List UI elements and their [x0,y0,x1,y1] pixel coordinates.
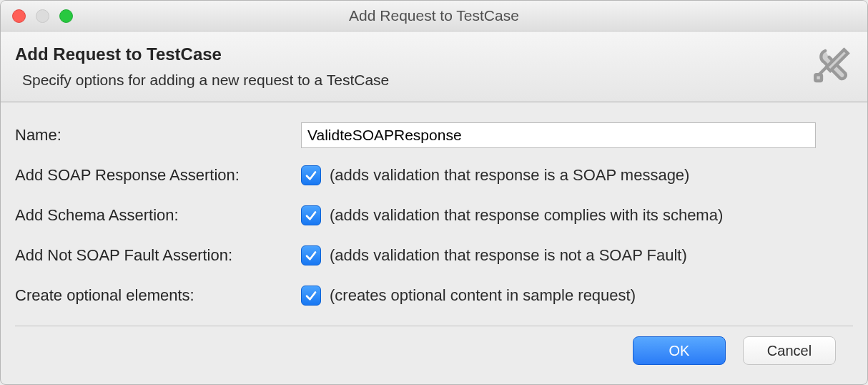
title-bar: Add Request to TestCase [1,1,867,31]
dialog-title: Add Request to TestCase [15,44,853,64]
dialog-window: Add Request to TestCase Add Request to T… [0,0,868,385]
dialog-header: Add Request to TestCase Specify options … [1,31,867,102]
soap-response-hint: (adds validation that response is a SOAP… [330,166,689,185]
minimize-window-button [36,9,49,23]
optional-checkbox[interactable] [301,286,321,306]
not-fault-hint: (adds validation that response is not a … [330,246,687,265]
close-window-button[interactable] [12,9,26,23]
zoom-window-button[interactable] [59,9,73,23]
dialog-body: Name: Add SOAP Response Assertion: (adds… [1,102,867,384]
name-label: Name: [15,126,301,145]
not-fault-checkbox[interactable] [301,245,321,265]
dialog-subtitle: Specify options for adding a new request… [15,72,853,89]
optional-label: Create optional elements: [15,286,301,305]
not-fault-label: Add Not SOAP Fault Assertion: [15,246,301,265]
soap-response-label: Add SOAP Response Assertion: [15,166,301,185]
schema-hint: (adds validation that response complies … [330,206,723,225]
optional-row: Create optional elements: (creates optio… [15,278,853,313]
schema-row: Add Schema Assertion: (adds validation t… [15,198,853,233]
soap-response-checkbox[interactable] [301,165,321,185]
tools-icon [812,46,852,86]
window-title: Add Request to TestCase [1,7,867,24]
window-controls [12,9,73,23]
ok-button[interactable]: OK [633,336,726,365]
soap-response-row: Add SOAP Response Assertion: (adds valid… [15,158,853,192]
not-fault-row: Add Not SOAP Fault Assertion: (adds vali… [15,238,853,273]
schema-checkbox[interactable] [301,205,321,225]
name-row: Name: [15,118,853,152]
optional-hint: (creates optional content in sample requ… [330,286,636,305]
name-input[interactable] [301,122,816,148]
dialog-footer: OK Cancel [15,326,853,375]
cancel-button[interactable]: Cancel [743,336,836,365]
svg-rect-1 [815,74,822,81]
schema-label: Add Schema Assertion: [15,206,301,225]
